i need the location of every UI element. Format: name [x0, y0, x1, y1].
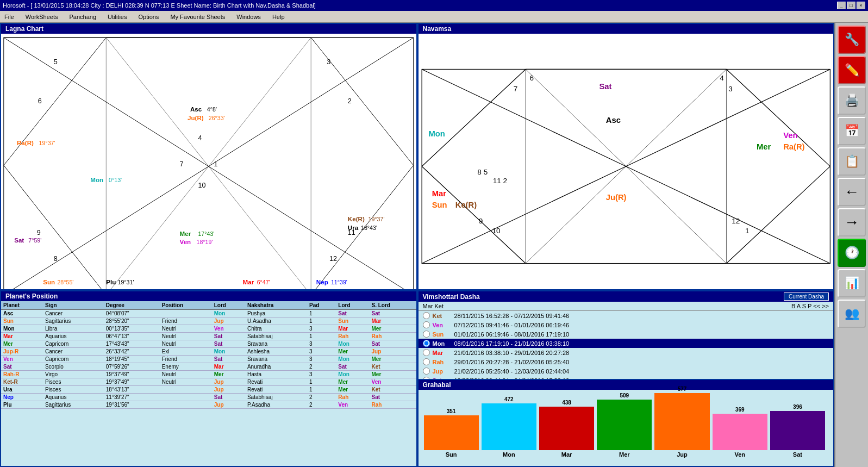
table-row: PluSagittarius19°31'56"JupP.Asadha2VenRa…: [1, 401, 416, 409]
group-button[interactable]: 👥: [838, 300, 866, 328]
svg-text:Ven: Ven: [783, 131, 797, 140]
minimize-button[interactable]: _: [837, 2, 846, 9]
menu-worksheets[interactable]: WorkSheets: [24, 13, 60, 21]
menu-windows[interactable]: Windows: [235, 13, 263, 21]
svg-text:Ke(R): Ke(R): [348, 216, 365, 222]
dasha-row: Sun01/01/2016 06:19:46 - 08/01/2016 17:1…: [419, 329, 834, 339]
current-dasha-button[interactable]: Current Dasha: [784, 292, 829, 301]
svg-text:Mon: Mon: [428, 129, 445, 138]
menu-options[interactable]: Options: [136, 13, 160, 21]
bar-chart: 351Sun472Mon438Mar509Mer577Jup369Ven396S…: [419, 390, 834, 460]
planet-table: Planet's Position Planet Sign Degree Pos…: [0, 290, 417, 467]
planet-table-title: Planet's Position: [1, 291, 416, 301]
svg-text:Ven: Ven: [180, 239, 191, 245]
svg-line-60: [726, 69, 830, 166]
svg-line-61: [422, 166, 526, 264]
svg-line-57: [422, 166, 626, 264]
svg-line-59: [422, 69, 526, 166]
col-pad: Pad: [307, 301, 336, 310]
table-row: SatScorpio07°59'26"EnemyMarAnuradha2SatK…: [1, 363, 416, 371]
col-planet: Planet: [1, 301, 43, 310]
col-lord: Lord: [212, 301, 245, 310]
svg-text:18°19': 18°19': [197, 239, 213, 245]
svg-text:Ra(R): Ra(R): [783, 142, 804, 151]
svg-text:Asc: Asc: [605, 116, 620, 124]
dasha-basp: B A S P << >>: [791, 303, 829, 309]
clock-button[interactable]: 🕐: [838, 239, 866, 267]
svg-text:6: 6: [529, 74, 534, 82]
col-nakshatra: Nakshatra: [245, 301, 307, 310]
dasha-row: Rah29/01/2016 20:27:28 - 21/02/2016 05:2…: [419, 357, 834, 366]
back-button[interactable]: ←: [838, 178, 866, 206]
back-icon: ←: [844, 183, 859, 201]
bar: [424, 415, 479, 450]
bar-col: 472Mon: [482, 396, 536, 458]
table-row: Jup-RCancer26°33'42"ExlMonAshlesha3MerJu…: [1, 348, 416, 356]
table-row: MarAquarius06°47'13"NeutrlSatSatabhisaj1…: [1, 333, 416, 340]
svg-text:Plu: Plu: [106, 279, 116, 285]
bar-col: 577Jup: [654, 386, 709, 458]
svg-text:4: 4: [198, 134, 202, 142]
edit-button[interactable]: ✏️: [838, 56, 866, 84]
dasha-row: Ven07/12/2015 09:41:46 - 01/01/2016 06:1…: [419, 320, 834, 329]
menu-favourite[interactable]: My Favourite Sheets: [168, 13, 227, 21]
svg-text:0°13': 0°13': [109, 177, 122, 183]
svg-text:7: 7: [513, 85, 517, 93]
dasha-row: Ket28/11/2015 16:52:28 - 07/12/2015 09:4…: [419, 311, 834, 320]
print-button[interactable]: 🖨️: [838, 86, 866, 115]
planet-data-table: Planet Sign Degree Position Lord Nakshat…: [1, 301, 416, 409]
menu-panchang[interactable]: Panchang: [67, 13, 98, 21]
svg-line-15: [106, 38, 311, 290]
dasha-row: Mon08/01/2016 17:19:10 - 21/01/2016 03:3…: [419, 339, 834, 348]
svg-rect-0: [4, 38, 414, 290]
dasha-title: Vimshottari Dasha: [423, 293, 480, 301]
svg-text:28°55': 28°55': [57, 279, 73, 285]
svg-text:Sat: Sat: [599, 82, 611, 91]
bar-col: 351Sun: [424, 408, 479, 458]
svg-text:Mer: Mer: [756, 142, 771, 151]
menu-bar: File WorkSheets Panchang Utilities Optio…: [0, 11, 868, 23]
svg-line-56: [626, 69, 830, 166]
forward-icon: →: [844, 214, 859, 231]
data-button[interactable]: 📊: [838, 269, 866, 297]
svg-text:6°47': 6°47': [257, 279, 270, 285]
right-sidebar: 🔧 ✏️ 🖨️ 📅 📋 ← → 🕐 📊 👥: [834, 23, 868, 467]
svg-text:2: 2: [348, 97, 352, 105]
edit-icon: ✏️: [845, 63, 859, 77]
col-slord: S. Lord: [370, 301, 416, 310]
svg-text:10: 10: [492, 227, 500, 235]
calendar-button[interactable]: 📅: [838, 117, 866, 145]
table-row: VenCapricorn18°19'45"FriendSatSravana3Mo…: [1, 356, 416, 363]
menu-utilities[interactable]: Utilities: [106, 13, 128, 21]
menu-help[interactable]: Help: [271, 13, 286, 21]
svg-text:18°43': 18°43': [361, 225, 377, 231]
bar: [770, 411, 825, 450]
print-icon: 🖨️: [845, 94, 859, 108]
maximize-button[interactable]: □: [847, 2, 855, 9]
svg-text:6: 6: [38, 97, 42, 105]
data-icon: 📊: [845, 276, 859, 290]
svg-text:Sun: Sun: [432, 201, 447, 209]
dasha-subheader: Mar Ket B A S P << >>: [419, 302, 834, 311]
close-button[interactable]: ×: [857, 2, 865, 9]
svg-text:7: 7: [180, 160, 184, 168]
svg-line-62: [726, 166, 830, 264]
col-sign: Sign: [43, 301, 104, 310]
svg-line-58: [626, 166, 830, 264]
dasha-mahadasha: Mar Ket: [423, 303, 444, 309]
svg-text:Sun: Sun: [43, 279, 55, 285]
svg-text:9: 9: [478, 217, 483, 225]
menu-file[interactable]: File: [3, 13, 16, 21]
dasha-panel: Vimshottari Dasha Current Dasha Mar Ket …: [419, 291, 834, 379]
window-controls[interactable]: _ □ ×: [837, 2, 865, 9]
document-button[interactable]: 📋: [838, 147, 866, 176]
svg-text:1: 1: [745, 227, 749, 235]
lagna-chart: Lagna Chart: [0, 23, 417, 290]
bar-col: 396Sat: [770, 404, 825, 458]
forward-button[interactable]: →: [838, 208, 866, 236]
svg-text:Ju(R): Ju(R): [188, 115, 204, 121]
table-row: SunSagittarius28°55'20"FriendJupU.Asadha…: [1, 317, 416, 325]
svg-text:Asc: Asc: [190, 106, 202, 113]
svg-text:19°31': 19°31': [118, 279, 134, 285]
tools-button[interactable]: 🔧: [838, 26, 866, 54]
